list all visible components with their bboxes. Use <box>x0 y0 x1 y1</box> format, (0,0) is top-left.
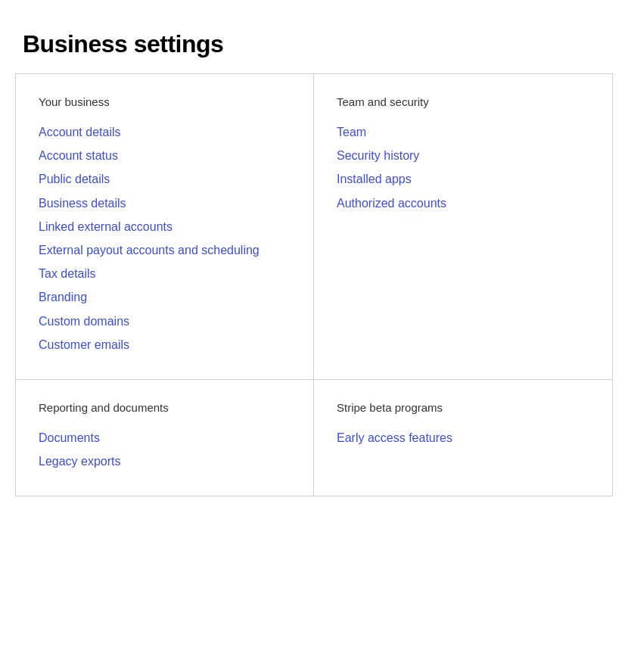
section-links-beta: Early access features <box>337 428 589 448</box>
link-installed-apps[interactable]: Installed apps <box>337 169 589 189</box>
link-customer-emails[interactable]: Customer emails <box>39 334 291 355</box>
settings-grid: Your business Account details Account st… <box>15 73 613 496</box>
link-public-details[interactable]: Public details <box>39 169 291 189</box>
section-links-reporting: Documents Legacy exports <box>39 428 291 471</box>
link-authorized-accounts[interactable]: Authorized accounts <box>337 193 589 213</box>
link-linked-external-accounts[interactable]: Linked external accounts <box>39 216 291 237</box>
link-account-status[interactable]: Account status <box>39 145 291 166</box>
link-security-history[interactable]: Security history <box>337 145 589 166</box>
link-early-access-features[interactable]: Early access features <box>337 428 589 448</box>
section-stripe-beta-programs: Stripe beta programs Early access featur… <box>314 380 612 496</box>
link-branding[interactable]: Branding <box>39 287 291 307</box>
link-business-details[interactable]: Business details <box>39 193 291 213</box>
link-custom-domains[interactable]: Custom domains <box>39 311 291 331</box>
section-heading-team-and-security: Team and security <box>337 95 589 108</box>
section-reporting-and-documents: Reporting and documents Documents Legacy… <box>16 380 314 496</box>
link-tax-details[interactable]: Tax details <box>39 263 291 284</box>
page-container: Business settings Your business Account … <box>15 15 613 496</box>
section-links-team-and-security: Team Security history Installed apps Aut… <box>337 122 589 213</box>
link-legacy-exports[interactable]: Legacy exports <box>39 451 291 471</box>
section-team-and-security: Team and security Team Security history … <box>314 74 612 380</box>
section-heading-your-business: Your business <box>39 95 291 108</box>
section-heading-reporting: Reporting and documents <box>39 401 291 414</box>
section-your-business: Your business Account details Account st… <box>16 74 314 380</box>
page-title: Business settings <box>15 15 613 73</box>
link-documents[interactable]: Documents <box>39 428 291 448</box>
link-external-payout-accounts[interactable]: External payout accounts and scheduling <box>39 240 291 260</box>
link-team[interactable]: Team <box>337 122 589 142</box>
section-links-your-business: Account details Account status Public de… <box>39 122 291 355</box>
section-heading-beta: Stripe beta programs <box>337 401 589 414</box>
link-account-details[interactable]: Account details <box>39 122 291 142</box>
